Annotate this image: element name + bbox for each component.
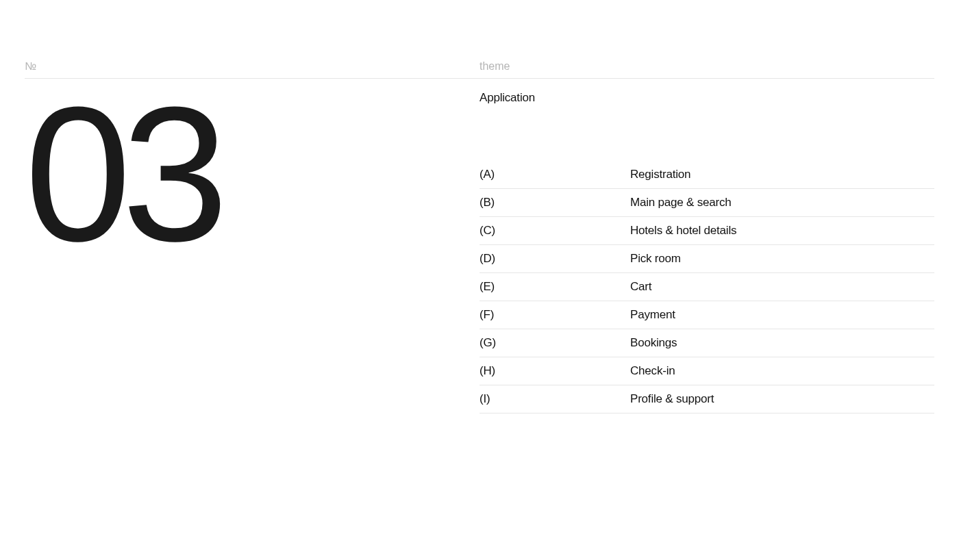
list-item-value: Payment xyxy=(630,308,934,322)
list-item-key: (G) xyxy=(480,336,630,350)
theme-title: Application xyxy=(480,91,934,105)
list-item-key: (I) xyxy=(480,392,630,406)
list-item-value: Pick room xyxy=(630,252,934,266)
list-item-key: (A) xyxy=(480,168,630,181)
list-item-key: (C) xyxy=(480,224,630,238)
section-number: 03 xyxy=(25,92,480,255)
header-theme-label: theme xyxy=(480,60,934,73)
list-item: (B)Main page & search xyxy=(480,189,934,217)
list-item-value: Cart xyxy=(630,280,934,294)
list-item: (D)Pick room xyxy=(480,245,934,273)
list-item-value: Profile & support xyxy=(630,392,934,406)
list-item-key: (D) xyxy=(480,252,630,266)
list-item-value: Hotels & hotel details xyxy=(630,224,934,238)
list-item-key: (B) xyxy=(480,196,630,209)
list-item-value: Bookings xyxy=(630,336,934,350)
list-item: (C)Hotels & hotel details xyxy=(480,217,934,245)
list-item-key: (H) xyxy=(480,364,630,378)
list-item-value: Check-in xyxy=(630,364,934,378)
list-item-value: Main page & search xyxy=(630,196,934,209)
list-item: (F)Payment xyxy=(480,301,934,329)
list-item: (I)Profile & support xyxy=(480,385,934,413)
list-item: (H)Check-in xyxy=(480,357,934,385)
list-item-key: (E) xyxy=(480,280,630,294)
list-item: (A)Registration xyxy=(480,161,934,189)
content-right: Application (A)Registration(B)Main page … xyxy=(480,79,934,413)
content-left: 03 xyxy=(25,79,480,413)
items-list: (A)Registration(B)Main page & search(C)H… xyxy=(480,161,934,413)
content-row: 03 Application (A)Registration(B)Main pa… xyxy=(25,79,934,413)
list-item: (G)Bookings xyxy=(480,329,934,357)
list-item-key: (F) xyxy=(480,308,630,322)
list-item-value: Registration xyxy=(630,168,934,181)
list-item: (E)Cart xyxy=(480,273,934,301)
